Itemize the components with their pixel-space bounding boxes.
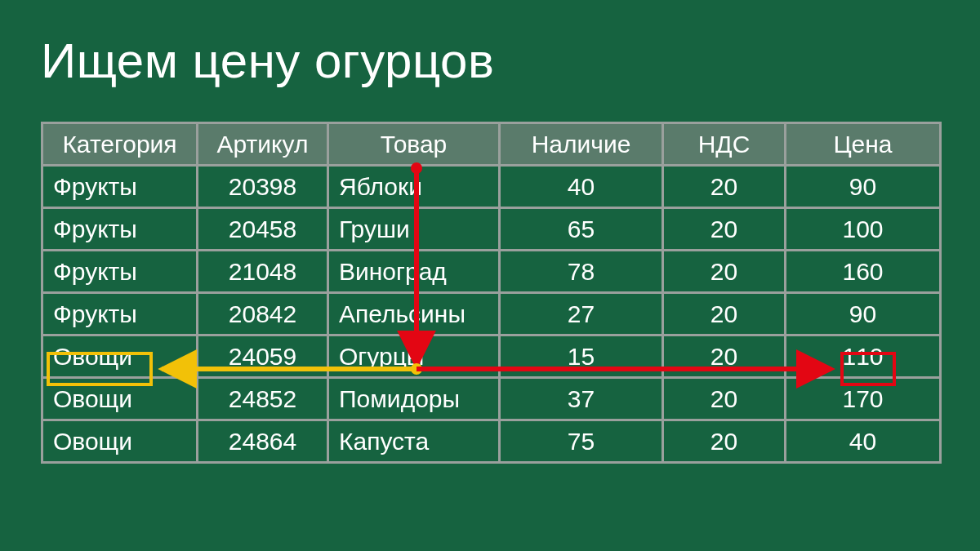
cell-sku: 24852 (198, 378, 328, 420)
cell-sku: 24864 (198, 420, 328, 463)
cell-product: Виноград (328, 251, 500, 293)
data-table: Категория Артикул Товар Наличие НДС Цена… (41, 122, 942, 464)
table-row: Фрукты 20458 Груши 65 20 100 (42, 208, 941, 251)
table-row: Фрукты 20842 Апельсины 27 20 90 (42, 293, 941, 335)
cell-sku: 20458 (198, 208, 328, 251)
cell-vat: 20 (663, 208, 786, 251)
table-header-row: Категория Артикул Товар Наличие НДС Цена (42, 123, 941, 166)
cell-product: Огурцы (328, 335, 500, 378)
cell-product: Яблоки (328, 166, 500, 208)
cell-vat: 20 (663, 378, 786, 420)
cell-sku: 24059 (198, 335, 328, 378)
cell-sku: 21048 (198, 251, 328, 293)
cell-vat: 20 (663, 293, 786, 335)
table-row: Овощи 24852 Помидоры 37 20 170 (42, 378, 941, 420)
table-row-highlighted: Овощи 24059 Огурцы 15 20 110 (42, 335, 941, 378)
table-row: Фрукты 21048 Виноград 78 20 160 (42, 251, 941, 293)
cell-stock: 78 (500, 251, 663, 293)
cell-stock: 75 (500, 420, 663, 463)
cell-price: 90 (786, 166, 941, 208)
cell-product: Капуста (328, 420, 500, 463)
cell-stock: 65 (500, 208, 663, 251)
cell-category: Фрукты (42, 166, 198, 208)
table-row: Фрукты 20398 Яблоки 40 20 90 (42, 166, 941, 208)
cell-stock: 15 (500, 335, 663, 378)
table-row: Овощи 24864 Капуста 75 20 40 (42, 420, 941, 463)
cell-price: 100 (786, 208, 941, 251)
col-header-product: Товар (328, 123, 500, 166)
cell-category-highlight: Овощи (42, 335, 198, 378)
cell-stock: 27 (500, 293, 663, 335)
cell-price: 170 (786, 378, 941, 420)
slide: Ищем цену огурцов Категория Артикул Това… (0, 0, 980, 551)
cell-sku: 20842 (198, 293, 328, 335)
col-header-stock: Наличие (500, 123, 663, 166)
cell-category: Фрукты (42, 208, 198, 251)
cell-category: Овощи (42, 420, 198, 463)
slide-title: Ищем цену огурцов (41, 33, 939, 89)
cell-price-highlight: 110 (786, 335, 941, 378)
cell-vat: 20 (663, 335, 786, 378)
cell-vat: 20 (663, 420, 786, 463)
col-header-sku: Артикул (198, 123, 328, 166)
cell-category: Фрукты (42, 251, 198, 293)
cell-product: Апельсины (328, 293, 500, 335)
cell-vat: 20 (663, 251, 786, 293)
cell-stock: 40 (500, 166, 663, 208)
cell-price: 160 (786, 251, 941, 293)
cell-vat: 20 (663, 166, 786, 208)
cell-price: 40 (786, 420, 941, 463)
cell-category: Овощи (42, 378, 198, 420)
cell-product: Помидоры (328, 378, 500, 420)
cell-price: 90 (786, 293, 941, 335)
cell-product: Груши (328, 208, 500, 251)
cell-stock: 37 (500, 378, 663, 420)
col-header-category: Категория (42, 123, 198, 166)
cell-category: Фрукты (42, 293, 198, 335)
col-header-price: Цена (786, 123, 941, 166)
col-header-vat: НДС (663, 123, 786, 166)
cell-sku: 20398 (198, 166, 328, 208)
